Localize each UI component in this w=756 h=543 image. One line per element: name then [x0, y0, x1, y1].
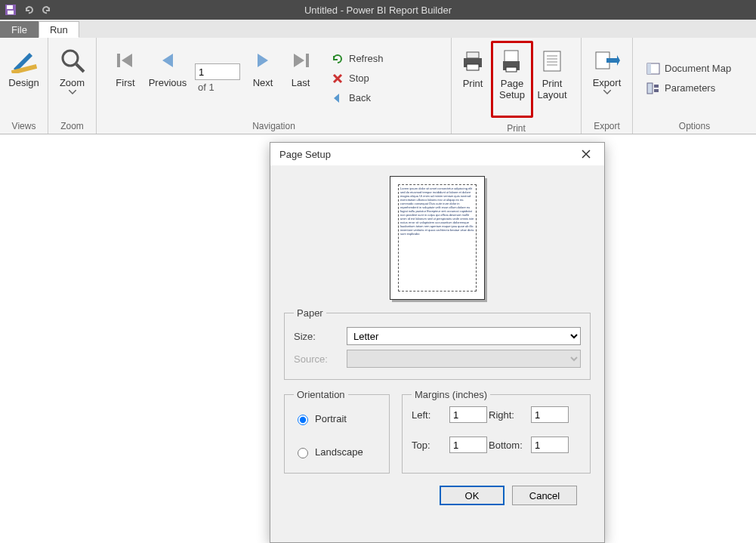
size-label: Size:	[294, 331, 347, 342]
margin-bottom-input[interactable]	[531, 437, 569, 453]
refresh-button[interactable]: Refresh	[331, 51, 384, 67]
svg-rect-13	[506, 67, 517, 72]
tab-run[interactable]: Run	[39, 21, 79, 38]
group-zoom: Zoom Zoom	[48, 38, 97, 134]
svg-rect-22	[647, 83, 653, 94]
page-setup-dialog: Page Setup Lorem ipsum dolor sit amet co…	[270, 142, 605, 543]
refresh-icon	[331, 53, 344, 65]
margin-right-label: Right:	[489, 409, 531, 421]
orientation-group: Orientation Portrait Landscape	[284, 389, 390, 474]
orientation-portrait-radio[interactable]	[298, 415, 308, 425]
svg-rect-24	[654, 89, 659, 92]
document-map-button[interactable]: Document Map	[646, 60, 731, 77]
quick-access-toolbar	[0, 4, 53, 16]
page-number-input[interactable]	[195, 63, 240, 80]
zoom-icon	[59, 47, 86, 74]
group-views: Design Views	[0, 38, 48, 134]
svg-rect-14	[544, 51, 560, 71]
svg-rect-1	[7, 5, 13, 9]
dialog-titlebar: Page Setup	[270, 143, 604, 165]
chevron-down-icon	[69, 90, 76, 94]
save-icon[interactable]	[5, 4, 17, 16]
stop-icon	[331, 73, 344, 85]
nav-actions: Refresh Stop Back	[323, 51, 391, 106]
nav-previous-button[interactable]: Previous	[148, 42, 187, 115]
nav-last-button[interactable]: Last	[285, 42, 316, 115]
group-export: Export Export	[582, 38, 633, 134]
page-setup-icon	[498, 48, 526, 75]
margin-bottom-label: Bottom:	[489, 440, 531, 451]
redo-icon[interactable]	[41, 4, 53, 16]
page-preview: Lorem ipsum dolor sit amet consectetur a…	[284, 176, 591, 300]
close-button[interactable]	[577, 145, 595, 163]
page-of-label: of 1	[198, 82, 214, 93]
back-icon	[331, 92, 344, 104]
print-button[interactable]: Print	[455, 43, 491, 116]
titlebar: Untitled - Power BI Report Builder	[0, 0, 756, 20]
svg-rect-23	[654, 85, 659, 88]
page-setup-button[interactable]: Page Setup	[495, 43, 529, 116]
group-print: Print Page Setup Print Layout Print	[452, 38, 582, 134]
export-icon	[594, 47, 621, 74]
print-layout-icon	[538, 48, 566, 75]
paper-group: Paper Size: Letter Source:	[284, 307, 591, 380]
export-button[interactable]: Export	[588, 42, 626, 115]
paper-size-select[interactable]: Letter	[347, 327, 581, 345]
group-navigation: First Previous of 1 Next	[97, 38, 452, 134]
cancel-button[interactable]: Cancel	[512, 486, 577, 505]
svg-line-5	[76, 64, 84, 72]
margin-left-label: Left:	[412, 409, 449, 421]
margin-left-input[interactable]	[449, 406, 487, 423]
page-number-box: of 1	[195, 63, 240, 93]
margin-top-label: Top:	[412, 440, 449, 451]
margin-right-input[interactable]	[531, 406, 569, 423]
window-title: Untitled - Power BI Report Builder	[304, 5, 452, 16]
svg-point-4	[63, 51, 78, 66]
printer-icon	[459, 48, 486, 75]
svg-rect-2	[8, 11, 14, 14]
dialog-title: Page Setup	[279, 149, 331, 160]
svg-rect-21	[647, 63, 651, 74]
nav-next-button[interactable]: Next	[248, 42, 278, 115]
print-layout-button[interactable]: Print Layout	[533, 43, 571, 116]
document-map-icon	[646, 63, 660, 75]
svg-rect-6	[117, 54, 120, 67]
tabstrip: File Run	[0, 20, 756, 38]
margin-top-input[interactable]	[449, 437, 487, 453]
orientation-landscape-radio[interactable]	[298, 448, 308, 458]
parameters-icon	[646, 82, 660, 94]
highlight-page-setup: Page Setup	[491, 41, 533, 118]
design-icon	[11, 47, 38, 74]
undo-icon[interactable]	[23, 4, 35, 16]
ok-button[interactable]: OK	[440, 486, 505, 505]
close-icon	[582, 150, 591, 159]
svg-rect-7	[306, 54, 309, 67]
margins-group: Margins (inches) Left: Right: Top: Botto…	[402, 389, 591, 474]
back-button[interactable]: Back	[331, 90, 384, 106]
source-label: Source:	[294, 353, 347, 365]
tab-file[interactable]: File	[0, 21, 39, 38]
svg-rect-9	[467, 52, 479, 58]
chevron-down-icon	[603, 90, 611, 94]
nav-first-button[interactable]: First	[110, 42, 140, 115]
zoom-button[interactable]: Zoom	[54, 42, 90, 115]
design-button[interactable]: Design	[6, 42, 42, 115]
parameters-button[interactable]: Parameters	[646, 80, 731, 97]
svg-rect-10	[467, 64, 479, 70]
ribbon: Design Views Zoom Zoom	[0, 38, 756, 134]
group-options: Document Map Parameters Options	[633, 38, 756, 134]
stop-button[interactable]: Stop	[331, 70, 384, 87]
paper-source-select	[347, 350, 581, 368]
